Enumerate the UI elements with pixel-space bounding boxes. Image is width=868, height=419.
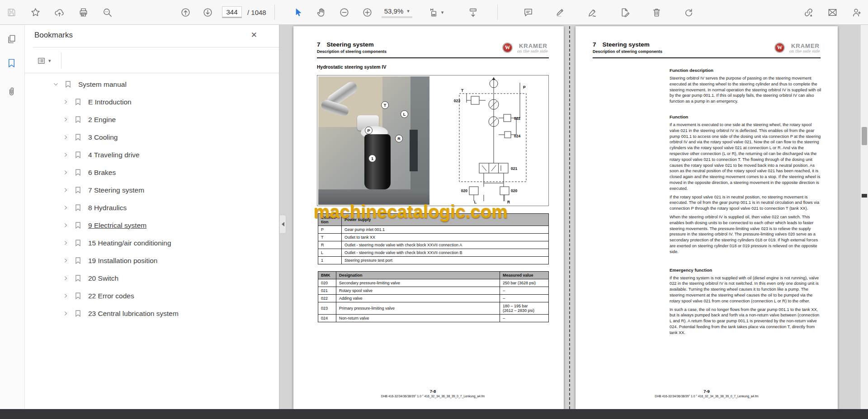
- chevron-right-icon[interactable]: [63, 258, 69, 264]
- profile-button[interactable]: [851, 7, 862, 18]
- bookmark-label: 3 Cooling: [88, 133, 118, 141]
- paragraph: When the steering orbitrol IV is supplie…: [670, 214, 821, 255]
- bookmark-icon: [6, 58, 17, 68]
- bookmark-item-hydraulics[interactable]: 8 Hydraulics: [25, 199, 279, 217]
- bookmark-item-heating-ac[interactable]: 15 Heating/air conditioning: [25, 234, 279, 252]
- chapter-title: Steering system: [603, 41, 650, 48]
- caret-down-icon: ▾: [441, 10, 444, 15]
- bookmark-item-central-lubrication[interactable]: 23 Central lubrication system: [25, 305, 279, 322]
- bookmark-item-traveling-drive[interactable]: 4 Traveling drive: [25, 146, 279, 164]
- bookmark-item-engine[interactable]: 2 Engine: [25, 111, 279, 128]
- page-number-input[interactable]: [222, 6, 242, 18]
- zoom-in-button[interactable]: [362, 7, 373, 18]
- schematic-label-020-right: 020: [511, 188, 517, 193]
- trash-icon: [651, 7, 662, 18]
- page-fit-dropdown[interactable]: ▾: [429, 7, 444, 18]
- rotate-icon: [684, 7, 694, 18]
- kramer-monogram-icon: W: [502, 42, 513, 53]
- table-row: 023Primary pressure-limiting valve 180 –…: [318, 302, 549, 315]
- bookmark-item-cooling[interactable]: 3 Cooling: [25, 128, 279, 146]
- scrolling-mode-button[interactable]: [468, 7, 478, 18]
- bookmarks-tab[interactable]: [6, 58, 17, 68]
- zoom-out-button[interactable]: [339, 7, 349, 18]
- comment-tool-button[interactable]: [523, 7, 533, 18]
- chevron-right-icon[interactable]: [63, 134, 69, 140]
- chevron-right-icon[interactable]: [63, 169, 69, 175]
- bookmark-item-introduction[interactable]: E Introduction: [25, 93, 279, 111]
- chevron-right-icon[interactable]: [63, 293, 69, 299]
- bookmark-item-brakes[interactable]: 6 Brakes: [25, 164, 279, 181]
- chevron-right-icon[interactable]: [63, 240, 69, 246]
- bookmark-ribbon-icon: [74, 239, 82, 247]
- chevron-right-icon[interactable]: [63, 99, 69, 105]
- photo-label-p: P: [365, 127, 373, 134]
- collapse-arrow-icon: [282, 222, 284, 226]
- save-button[interactable]: [6, 7, 17, 18]
- attachments-tab[interactable]: [6, 86, 17, 97]
- bookmark-ribbon-icon: [74, 168, 82, 177]
- previous-page-button[interactable]: [180, 7, 191, 18]
- send-email-button[interactable]: [827, 7, 838, 18]
- chevron-right-icon[interactable]: [63, 187, 69, 193]
- divider: [33, 47, 279, 47]
- bookmark-ribbon-icon: [74, 98, 82, 106]
- highlight-tool-button[interactable]: [555, 7, 566, 18]
- bookmark-item-system-manual[interactable]: System manual: [25, 75, 279, 93]
- schematic-label-p: P: [523, 85, 526, 89]
- scrollbar-thumb[interactable]: [862, 127, 867, 145]
- bookmark-item-steering-system[interactable]: 7 Steering system: [25, 181, 279, 199]
- link-icon: [803, 7, 814, 18]
- sign-tool-button[interactable]: [587, 7, 598, 18]
- bookmark-ribbon-icon: [64, 80, 72, 89]
- print-button[interactable]: [78, 7, 89, 18]
- chevron-down-icon[interactable]: [53, 81, 59, 87]
- bookmark-item-error-codes[interactable]: 22 Error codes: [25, 287, 279, 305]
- rotate-page-button[interactable]: [684, 7, 694, 18]
- pdf-page-left: 7 Steering system Description of steerin…: [293, 26, 564, 409]
- bookmark-label: 6 Brakes: [88, 169, 116, 177]
- hand-tool-button[interactable]: [316, 7, 326, 18]
- photo-label-t: T: [381, 101, 389, 109]
- share-link-button[interactable]: [803, 7, 814, 18]
- next-page-button[interactable]: [203, 7, 213, 18]
- chevron-right-icon[interactable]: [63, 275, 69, 281]
- bookmark-ribbon-icon: [74, 133, 82, 141]
- chapter-number: 7: [593, 41, 596, 48]
- collapse-panel-button[interactable]: [280, 215, 286, 234]
- page-thumbnails-tab[interactable]: [6, 34, 17, 44]
- zoom-level-value: 53,9%: [384, 7, 404, 15]
- bookmark-item-installation-position[interactable]: 19 Installation position: [25, 252, 279, 269]
- paragraph: If the steering system is not supplied w…: [670, 275, 821, 304]
- chevron-right-icon[interactable]: [63, 205, 69, 211]
- bookmark-label: 22 Error codes: [88, 292, 134, 300]
- page-footer-number: 7-9: [593, 389, 821, 394]
- bookmark-label: 23 Central lubrication system: [88, 310, 179, 318]
- share-upload-button[interactable]: [54, 7, 65, 18]
- bookmark-options-button[interactable]: ▾: [34, 56, 54, 66]
- schematic-label-023: 023: [454, 99, 460, 103]
- chevron-right-icon[interactable]: [63, 152, 69, 158]
- bmk-table: BMK Designation Measured value 020Second…: [318, 271, 549, 322]
- chevron-right-icon[interactable]: [63, 117, 69, 122]
- figure-box: T L P R 1: [317, 75, 549, 206]
- select-tool-button[interactable]: [293, 7, 303, 18]
- pdf-viewer-window: / 1048 53,9% ▾: [0, 0, 868, 419]
- panel-title: Bookmarks: [34, 31, 73, 40]
- chevron-right-icon[interactable]: [63, 311, 69, 316]
- close-panel-button[interactable]: ✕: [248, 30, 260, 40]
- star-button[interactable]: [30, 7, 41, 18]
- vertical-scrollbar[interactable]: [860, 25, 868, 409]
- bookmark-item-switch[interactable]: 20 Switch: [25, 269, 279, 287]
- paragraph: In such a case, the oil no longer flows …: [670, 307, 821, 336]
- chevron-right-icon[interactable]: [63, 222, 69, 228]
- zoom-level-dropdown[interactable]: 53,9% ▾: [382, 6, 412, 18]
- table-row: LOutlet - steering mode valve with check…: [318, 249, 549, 257]
- bookmark-item-electrical-system[interactable]: 9 Electrical system: [25, 217, 279, 234]
- search-button[interactable]: [102, 7, 113, 18]
- bookmark-label: 8 Hydraulics: [88, 204, 127, 212]
- divider: [61, 52, 61, 69]
- bookmark-label: 7 Steering system: [88, 186, 144, 194]
- delete-page-button[interactable]: [651, 7, 662, 18]
- edit-page-tool-button[interactable]: [619, 7, 630, 18]
- table-row: TOutlet to tank XX: [318, 234, 549, 241]
